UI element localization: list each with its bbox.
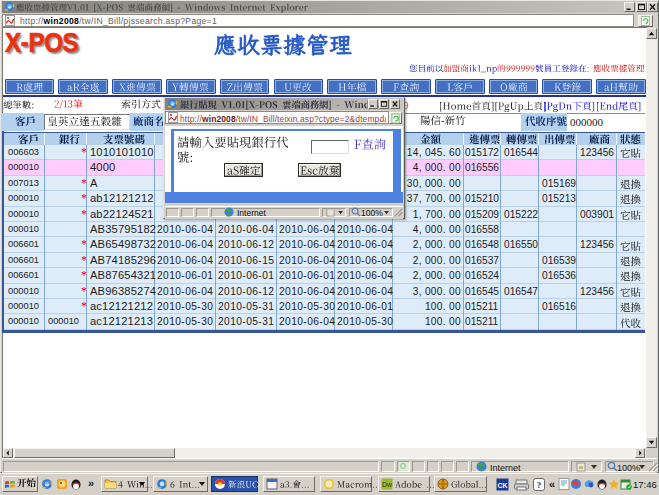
svg-text:CK: CK bbox=[497, 482, 507, 489]
svg-text:?: ? bbox=[537, 480, 542, 490]
svg-text:Dw: Dw bbox=[382, 481, 393, 488]
